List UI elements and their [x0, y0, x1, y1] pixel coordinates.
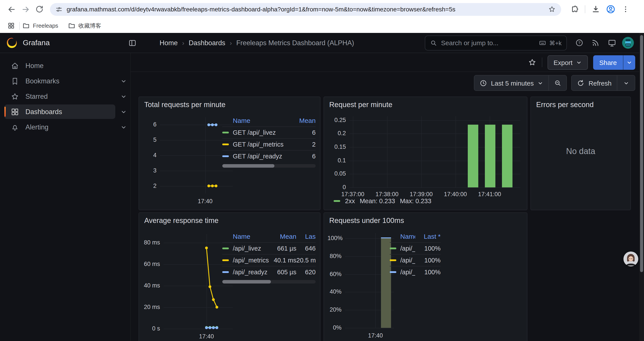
series-name[interactable]: /api/_livez: [400, 245, 415, 252]
column-last[interactable]: Las: [296, 233, 316, 240]
reload-icon[interactable]: [32, 2, 46, 16]
series-swatch: [222, 144, 229, 146]
browser-chrome: grafana.mathmast.com/d/deytv4rwavabkb/fr…: [0, 0, 644, 33]
page-scrollbar[interactable]: [639, 33, 644, 341]
bookmarks-bar: Freeleaps 收藏博客: [0, 19, 644, 33]
x-axis-tick: 17:40: [190, 333, 223, 340]
series-name[interactable]: /api/_livez: [233, 245, 261, 252]
column-mean[interactable]: Mean: [271, 233, 296, 240]
total-requests-chart[interactable]: 6543217:40: [143, 117, 234, 205]
sidebar-header: Grafana: [0, 33, 143, 53]
series-name[interactable]: /api/_readyz: [233, 269, 268, 276]
forward-icon[interactable]: [18, 2, 32, 16]
sidebar-item-starred[interactable]: Starred: [4, 89, 115, 104]
sidebar-item-bookmarks[interactable]: Bookmarks: [4, 74, 115, 88]
scrollbar-thumb[interactable]: [222, 164, 275, 168]
legend-row[interactable]: GET /api/_readyz 6: [222, 150, 316, 162]
sidebar-item-dashboards[interactable]: Dashboards: [4, 104, 115, 119]
plot-area[interactable]: [160, 117, 233, 194]
help-icon[interactable]: ?: [572, 36, 586, 50]
series-swatch: [390, 259, 396, 261]
zoom-out-button[interactable]: [549, 76, 566, 90]
series-name[interactable]: GET /api/_readyz: [233, 153, 282, 160]
sidebar-item-label: Bookmarks: [26, 77, 60, 85]
panel-title[interactable]: Requests under 100ms: [329, 216, 404, 225]
monitor-icon[interactable]: [604, 36, 619, 50]
legend-row[interactable]: /api/_readyz 605 µs 620: [222, 266, 316, 278]
column-last[interactable]: Last *: [415, 233, 440, 240]
series-name[interactable]: GET /api/_livez: [233, 129, 276, 136]
chevron-down-icon[interactable]: [120, 109, 127, 115]
news-rss-icon[interactable]: [588, 36, 603, 50]
series-name[interactable]: /api/_readyz: [400, 269, 415, 276]
scrollbar-thumb[interactable]: [640, 35, 643, 272]
menu-kebab-icon[interactable]: [618, 2, 632, 16]
panel-title[interactable]: Request per minute: [329, 101, 392, 109]
assistant-avatar-bubble[interactable]: [624, 251, 638, 266]
share-dropdown-button[interactable]: [623, 55, 635, 70]
y-axis-tick: 0.15: [329, 144, 346, 151]
chevron-down-icon[interactable]: [120, 78, 127, 84]
legend-row[interactable]: /api/_livez 100%: [390, 242, 440, 254]
column-name[interactable]: Name: [222, 233, 271, 240]
search-input[interactable]: Search or jump to... ⌘+k: [425, 35, 567, 50]
search-placeholder: Search or jump to...: [441, 39, 498, 47]
grafana-logo[interactable]: [6, 37, 18, 49]
under-100ms-chart[interactable]: 100%80%60%40%20%0%17:40: [328, 233, 395, 339]
bookmark-star-icon[interactable]: [548, 5, 556, 13]
legend-scrollbar[interactable]: [222, 164, 316, 168]
plot-area[interactable]: [345, 233, 394, 328]
profile-icon[interactable]: [604, 2, 618, 16]
extensions-icon[interactable]: [567, 2, 581, 16]
export-button[interactable]: Export: [547, 55, 588, 70]
collapse-sidebar-icon[interactable]: [128, 38, 137, 47]
legend-scrollbar[interactable]: [222, 280, 316, 283]
breadcrumb-separator: ›: [182, 39, 184, 47]
url-bar[interactable]: grafana.mathmast.com/d/deytv4rwavabkb/fr…: [50, 3, 561, 16]
legend-row[interactable]: /api/_livez 661 µs 646: [222, 242, 316, 254]
panel-title[interactable]: Average response time: [144, 216, 218, 225]
bookmark-folder-blog[interactable]: 收藏博客: [68, 22, 101, 30]
scrollbar-thumb[interactable]: [222, 280, 271, 283]
legend-row[interactable]: /api/_metrics 100%: [390, 254, 440, 266]
share-button[interactable]: Share: [593, 55, 623, 70]
apps-grid-icon[interactable]: [5, 20, 17, 31]
plot-area[interactable]: [350, 116, 520, 187]
legend-row[interactable]: GET /api/_metrics 2: [222, 138, 316, 150]
panel-title[interactable]: Total requests per minute: [144, 101, 226, 109]
legend-row[interactable]: /api/_metrics 40.1 ms 20.5 m: [222, 254, 316, 266]
series-name[interactable]: /api/_metrics: [400, 257, 415, 264]
legend-row[interactable]: GET /api/_livez 6: [222, 126, 316, 138]
chevron-down-icon[interactable]: [120, 124, 127, 130]
bookmark-folder-freeleaps[interactable]: Freeleaps: [22, 22, 58, 30]
back-icon[interactable]: [4, 2, 18, 16]
series-name[interactable]: 2xx: [345, 197, 355, 204]
request-per-minute-chart[interactable]: 0.250.20.150.10.05017:37:0017:38:0017:39…: [329, 116, 521, 198]
column-name[interactable]: Name: [390, 233, 415, 240]
refresh-interval-dropdown[interactable]: [617, 76, 635, 90]
legend-row[interactable]: /api/_readyz 100%: [390, 266, 440, 278]
breadcrumb-dashboards[interactable]: Dashboards: [189, 39, 225, 47]
favorite-star-icon[interactable]: [528, 58, 536, 67]
series-swatch: [334, 200, 340, 202]
series-name[interactable]: /api/_metrics: [233, 257, 269, 264]
x-axis-tick: 17:37:00: [336, 191, 370, 198]
avg-response-time-chart[interactable]: 80 ms60 ms40 ms20 ms0 s17:40: [143, 234, 234, 340]
user-avatar[interactable]: [621, 36, 635, 50]
panel-title[interactable]: Errors per second: [536, 101, 594, 109]
breadcrumb-home[interactable]: Home: [160, 39, 178, 47]
refresh-button[interactable]: Refresh: [572, 76, 617, 90]
time-range-picker[interactable]: Last 5 minutes: [474, 76, 549, 90]
column-mean[interactable]: Mean: [290, 117, 316, 124]
chart-legend[interactable]: 2xx Mean: 0.233 Max: 0.233: [334, 197, 432, 204]
sidebar-item-alerting[interactable]: Alerting: [4, 120, 115, 134]
gridline: [376, 233, 376, 328]
column-name[interactable]: Name: [222, 117, 290, 124]
y-axis-tick: 6: [143, 121, 156, 128]
site-settings-icon[interactable]: [55, 6, 63, 13]
downloads-icon[interactable]: [589, 2, 603, 16]
sidebar-item-home[interactable]: Home: [4, 58, 115, 73]
y-axis-tick: 0.1: [329, 157, 346, 164]
chevron-down-icon[interactable]: [120, 93, 127, 99]
series-name[interactable]: GET /api/_metrics: [233, 141, 284, 148]
